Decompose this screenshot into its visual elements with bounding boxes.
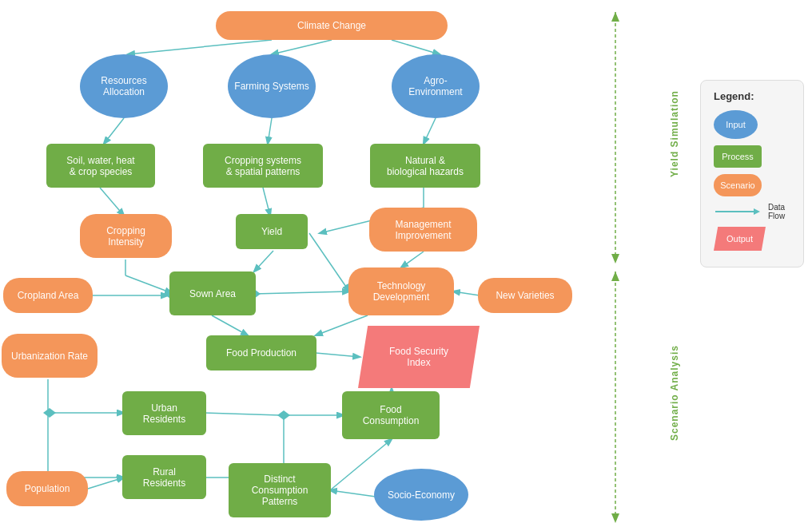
node-climate-change: Climate Change	[216, 11, 448, 40]
svg-line-4	[268, 118, 272, 144]
node-urban-residents: Urban Residents	[122, 391, 206, 435]
node-urbanization-rate: Urbanization Rate	[2, 334, 98, 378]
node-resources-allocation: Resources Allocation	[80, 54, 168, 118]
svg-line-2	[392, 40, 440, 54]
svg-line-14	[254, 251, 273, 271]
legend-item-output: Output	[714, 227, 790, 251]
node-sown-area: Sown Area	[169, 271, 256, 315]
svg-line-13	[125, 275, 172, 293]
node-management-improvement: Management Improvement	[369, 208, 477, 252]
svg-line-33	[88, 478, 124, 489]
svg-line-3	[104, 118, 124, 144]
svg-line-1	[272, 40, 332, 54]
svg-marker-35	[611, 254, 619, 264]
svg-line-6	[100, 188, 124, 216]
diagram-container: Climate Change Resources Allocation Farm…	[0, 0, 812, 531]
legend-dataflow-label: Data Flow	[768, 203, 785, 220]
legend-item-process: Process	[714, 145, 790, 168]
svg-marker-42	[277, 410, 290, 420]
node-cropland-area: Cropland Area	[3, 278, 93, 313]
node-natural-hazards: Natural & biological hazards	[370, 144, 480, 188]
svg-line-32	[330, 490, 376, 497]
node-food-consumption: Food Consumption	[342, 391, 440, 439]
node-technology-development: Technology Development	[348, 267, 454, 315]
node-soil-water: Soil, water, heat & crop species	[46, 144, 155, 188]
yield-simulation-label: Yield Simulation	[669, 14, 680, 254]
svg-line-20	[316, 315, 368, 335]
legend-blue-shape: Input	[714, 110, 758, 139]
node-cropping-intensity: Cropping Intensity	[80, 214, 172, 258]
node-food-security-index: Food Security Index	[358, 326, 480, 388]
svg-line-26	[204, 413, 280, 415]
legend: Legend: Input Process Scenario Data Flow	[700, 80, 804, 267]
svg-line-19	[212, 315, 248, 335]
svg-line-15	[309, 233, 349, 291]
node-rural-residents: Rural Residents	[122, 455, 206, 499]
svg-marker-39	[611, 271, 619, 281]
node-socio-economy: Socio-Economy	[374, 469, 468, 521]
svg-marker-36	[611, 12, 619, 22]
node-farming-systems: Farming Systems	[228, 54, 316, 118]
legend-item-input: Input	[714, 110, 790, 139]
legend-item-dataflow: Data Flow	[714, 203, 790, 220]
legend-pink-shape: Output	[714, 227, 766, 251]
legend-title: Legend:	[714, 90, 790, 102]
legend-orange-shape: Scenario	[714, 174, 762, 196]
svg-marker-43	[43, 408, 56, 418]
svg-marker-45	[754, 208, 760, 215]
svg-line-16	[254, 291, 349, 294]
legend-item-scenario: Scenario	[714, 174, 790, 196]
svg-line-5	[424, 118, 436, 144]
node-yield: Yield	[236, 214, 308, 249]
node-agro-environment: Agro- Environment	[392, 54, 480, 118]
node-population: Population	[6, 471, 88, 506]
svg-line-7	[263, 188, 270, 216]
svg-marker-38	[611, 513, 619, 523]
svg-line-0	[128, 40, 272, 54]
svg-line-18	[401, 252, 424, 267]
svg-line-17	[453, 291, 480, 295]
node-new-varieties: New Varieties	[478, 278, 572, 313]
svg-line-21	[316, 353, 360, 357]
node-distinct-consumption: Distinct Consumption Patterns	[229, 463, 331, 517]
dataflow-arrow-icon	[714, 204, 762, 220]
legend-green-shape: Process	[714, 145, 762, 168]
node-cropping-systems: Cropping systems & spatial patterns	[203, 144, 323, 188]
node-food-production: Food Production	[206, 335, 316, 371]
scenario-analysis-label: Scenario Analysis	[669, 275, 680, 511]
